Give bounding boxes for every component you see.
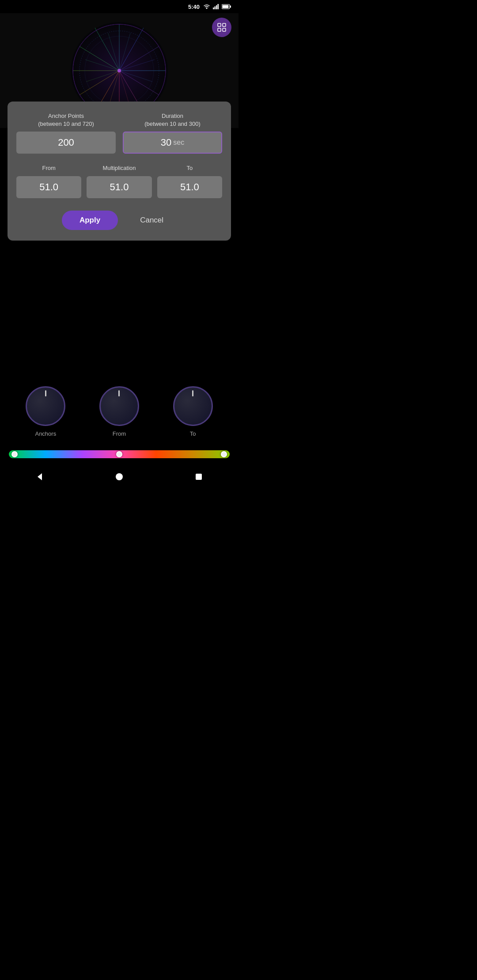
svg-rect-5 — [230, 6, 231, 8]
anchor-points-input[interactable]: 200 — [16, 132, 116, 154]
from-label: From — [42, 164, 55, 172]
modal-actions: Apply Cancel — [16, 211, 222, 230]
slider-dot-right[interactable] — [221, 451, 227, 457]
svg-rect-34 — [223, 23, 226, 26]
multiplication-input[interactable]: 51.0 — [87, 176, 151, 198]
to-group: To 51.0 — [157, 164, 222, 198]
battery-icon — [222, 4, 231, 9]
home-button[interactable] — [110, 467, 129, 486]
svg-marker-37 — [38, 473, 42, 480]
from-knob-label: From — [113, 430, 126, 437]
svg-rect-0 — [213, 8, 214, 9]
svg-rect-6 — [223, 5, 229, 8]
status-icons — [203, 4, 231, 9]
slider-dot-mid[interactable] — [116, 451, 122, 457]
duration-label: Duration (between 10 and 300) — [144, 112, 200, 128]
color-slider[interactable] — [9, 450, 230, 458]
duration-unit: sec — [173, 139, 184, 147]
duration-input[interactable]: 30 sec — [123, 132, 222, 154]
knobs-area: Anchors From To — [0, 386, 238, 437]
duration-group: Duration (between 10 and 300) 30 sec — [123, 112, 222, 154]
svg-point-38 — [116, 473, 123, 480]
from-input[interactable]: 51.0 — [16, 176, 81, 198]
anchors-knob-container: Anchors — [26, 386, 65, 437]
signal-icon — [213, 4, 219, 9]
status-time: 5:40 — [188, 4, 200, 10]
to-knob-tick — [192, 390, 193, 396]
recents-button[interactable] — [189, 467, 208, 486]
multiplication-label: Multiplication — [102, 164, 136, 172]
anchors-knob[interactable] — [26, 386, 65, 426]
from-knob-container: From — [99, 386, 139, 437]
anchors-knob-label: Anchors — [35, 430, 56, 437]
modal-top-row: Anchor Points (between 10 and 720) 200 D… — [16, 112, 222, 154]
status-bar: 5:40 — [0, 0, 238, 13]
back-icon — [35, 472, 44, 481]
to-knob[interactable] — [173, 386, 213, 426]
wifi-icon — [203, 4, 210, 9]
svg-rect-39 — [196, 474, 202, 480]
cancel-button[interactable]: Cancel — [127, 211, 177, 230]
from-knob[interactable] — [99, 386, 139, 426]
svg-rect-35 — [218, 28, 221, 31]
anchor-points-group: Anchor Points (between 10 and 720) 200 — [16, 112, 116, 154]
svg-rect-36 — [223, 28, 226, 31]
svg-rect-3 — [218, 4, 219, 9]
from-knob-tick — [118, 390, 120, 396]
expand-button[interactable] — [212, 18, 231, 37]
recents-icon — [194, 472, 203, 481]
modal-mid-row: From 51.0 Multiplication 51.0 To 51.0 — [16, 164, 222, 198]
svg-rect-33 — [218, 23, 221, 26]
to-input[interactable]: 51.0 — [157, 176, 222, 198]
to-knob-label: To — [190, 430, 196, 437]
to-knob-container: To — [173, 386, 213, 437]
nav-bar — [0, 464, 238, 490]
expand-icon — [217, 23, 227, 32]
multiplication-group: Multiplication 51.0 — [87, 164, 151, 198]
back-button[interactable] — [30, 467, 49, 486]
apply-button[interactable]: Apply — [62, 211, 118, 230]
anchors-knob-tick — [45, 390, 46, 396]
svg-rect-2 — [216, 5, 217, 9]
from-group: From 51.0 — [16, 164, 81, 198]
to-label: To — [186, 164, 193, 172]
svg-point-32 — [117, 69, 121, 72]
settings-modal: Anchor Points (between 10 and 720) 200 D… — [8, 102, 231, 241]
home-icon — [115, 472, 124, 481]
slider-dot-left[interactable] — [11, 451, 18, 457]
anchor-points-label: Anchor Points (between 10 and 720) — [38, 112, 94, 128]
svg-rect-1 — [215, 7, 216, 10]
